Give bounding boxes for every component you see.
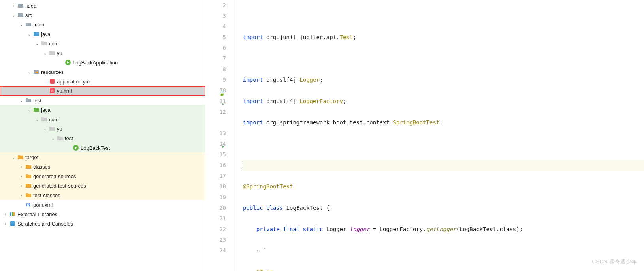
package-icon [49, 50, 55, 56]
excluded-folder-icon [25, 173, 32, 179]
svg-text:m: m [26, 202, 30, 207]
class-run-icon [65, 59, 71, 66]
watermark: CSDN @奇遇少年 [592, 258, 637, 265]
tree-item-pom[interactable]: ·mpom.xml [0, 200, 205, 209]
svg-rect-2 [50, 79, 55, 84]
tree-item-logbacktest[interactable]: ·LogBackTest [0, 143, 205, 152]
test-folder-icon [33, 107, 40, 113]
project-tree[interactable]: ›.idea ⌄src ⌄main ⌄java ⌄com ⌄yu ·LogBac… [0, 0, 205, 271]
svg-text:<>: <> [51, 90, 54, 92]
folder-icon [17, 12, 24, 18]
package-icon [41, 116, 47, 122]
package-icon [41, 40, 47, 47]
tree-item-resources[interactable]: ⌄resources [0, 67, 205, 77]
tree-item-target[interactable]: ⌄target [0, 152, 205, 162]
svg-rect-10 [10, 221, 15, 226]
excluded-folder-icon [25, 183, 32, 189]
tree-item-idea[interactable]: ›.idea [0, 1, 205, 10]
tree-item-test[interactable]: ⌄test [0, 96, 205, 105]
package-icon [49, 126, 55, 132]
package-icon [57, 135, 63, 141]
tree-item-classes[interactable]: ›classes [0, 162, 205, 171]
source-folder-icon [33, 31, 40, 37]
class-run-icon [73, 145, 79, 151]
tree-item-main[interactable]: ⌄main [0, 20, 205, 29]
text-cursor [243, 162, 243, 169]
folder-icon [25, 21, 32, 28]
scratch-icon [9, 220, 16, 227]
svg-rect-1 [36, 72, 38, 73]
tree-item-java[interactable]: ⌄java [0, 29, 205, 39]
resources-folder-icon [33, 69, 40, 75]
tree-item-gentestsrc[interactable]: ›generated-test-sources [0, 181, 205, 190]
recursive-icon[interactable]: ↻ ˅ [256, 247, 266, 254]
tree-item-yu-test[interactable]: ⌄yu [0, 124, 205, 134]
svg-rect-7 [10, 212, 11, 216]
tree-item-com[interactable]: ⌄com [0, 39, 205, 48]
excluded-folder-icon [25, 164, 32, 170]
tree-item-logbackapp[interactable]: ·LogBackApplication [0, 58, 205, 67]
tree-item-src[interactable]: ⌄src [0, 10, 205, 20]
tree-item-com-test[interactable]: ⌄com [0, 115, 205, 124]
maven-icon: m [25, 201, 32, 208]
library-icon [9, 211, 16, 217]
excluded-folder-icon [17, 154, 24, 160]
tree-item-java-test[interactable]: ⌄java [0, 105, 205, 115]
svg-rect-9 [13, 212, 15, 216]
tree-item-testclasses[interactable]: ›test-classes [0, 190, 205, 200]
xml-icon: <> [49, 88, 55, 94]
tree-item-extlib[interactable]: ›External Libraries [0, 209, 205, 219]
code-editor[interactable]: 2 3 4 5 6 7 8 9 10🍃 11▸ 12 13 14▸ 15 16 … [205, 0, 644, 271]
excluded-folder-icon [25, 192, 32, 198]
folder-icon [17, 2, 24, 9]
tree-item-scratch[interactable]: ›Scratches and Consoles [0, 219, 205, 228]
folder-icon [25, 97, 32, 104]
yml-icon [49, 78, 55, 85]
tree-item-appyml[interactable]: ·application.yml [0, 77, 205, 86]
tree-item-yuxml-selected[interactable]: ·<>yu.xml [0, 86, 205, 96]
code-area[interactable]: import org.junit.jupiter.api.Test; impor… [235, 0, 644, 271]
tree-item-gensrc[interactable]: ›generated-sources [0, 171, 205, 181]
tree-item-yu[interactable]: ⌄yu [0, 48, 205, 58]
tree-item-test-pkg[interactable]: ⌄test [0, 134, 205, 143]
line-gutter: 2 3 4 5 6 7 8 9 10🍃 11▸ 12 13 14▸ 15 16 … [205, 0, 235, 271]
svg-rect-8 [12, 212, 13, 216]
